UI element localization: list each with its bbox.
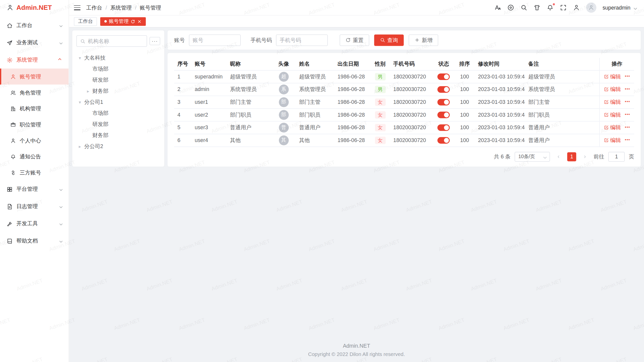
breadcrumb-item[interactable]: 工作台 <box>86 4 102 11</box>
sidebar-item-platform[interactable]: 平台管理 <box>0 180 69 198</box>
tree-node[interactable]: 研发部 <box>76 75 160 85</box>
tree-node[interactable]: 财务部 <box>76 130 160 141</box>
breadcrumb-item[interactable]: 账号管理 <box>140 4 161 11</box>
topbar-color-disc-icon[interactable] <box>507 4 514 11</box>
row-more-button[interactable]: ⋯ <box>625 124 630 130</box>
filter-bar: 账号 手机号码 重置 <box>168 30 641 50</box>
table-row: 3user1部门主管部部门主管1986-06-28女18020030720100… <box>174 96 634 108</box>
sidebar-subitem-role[interactable]: 角色管理 <box>0 84 69 101</box>
user-avatar[interactable] <box>586 3 596 13</box>
page-size-select[interactable]: 10条/页 <box>515 152 550 161</box>
breadcrumb-item[interactable]: 系统管理 <box>110 4 132 11</box>
tree-node[interactable]: ▸分公司2 <box>76 141 160 152</box>
topbar-search-icon[interactable] <box>520 4 528 11</box>
edit-icon <box>603 125 609 130</box>
sidebar-item-devtools[interactable]: 开发工具 <box>0 215 69 233</box>
cell-birth: 1986-06-28 <box>334 134 371 147</box>
cell-name: 其他 <box>296 134 334 147</box>
tree-node[interactable]: 研发部 <box>76 119 160 129</box>
query-button[interactable]: 查询 <box>374 34 404 46</box>
cell-no: 3 <box>174 96 191 108</box>
reset-button[interactable]: 重置 <box>340 34 369 46</box>
edit-button[interactable]: 编辑 <box>603 85 621 93</box>
topbar-notifications-icon[interactable] <box>547 4 554 11</box>
sidebar-subitem-label: 账号管理 <box>20 73 62 80</box>
sidebar-item-workbench[interactable]: 工作台 <box>0 17 69 34</box>
status-toggle[interactable] <box>438 73 450 80</box>
sidebar-subitem-profile[interactable]: 个人中心 <box>0 132 69 149</box>
tree-node[interactable]: ▾大名科技 <box>76 53 160 63</box>
phone-filter-input[interactable] <box>280 37 324 43</box>
row-more-button[interactable]: ⋯ <box>625 111 630 117</box>
user-icon <box>10 74 16 79</box>
cell-no: 2 <box>174 83 191 96</box>
tree-node[interactable]: ▸财务部 <box>76 86 160 96</box>
edit-button[interactable]: 编辑 <box>603 73 621 80</box>
next-page-button[interactable] <box>580 152 589 161</box>
edit-icon <box>603 138 609 143</box>
tree-node[interactable]: ▾分公司1 <box>76 97 160 107</box>
add-button[interactable]: 新增 <box>409 34 438 46</box>
column-header: 头像 <box>271 58 296 70</box>
chevron-down-icon <box>542 154 546 159</box>
sidebar-item-business-test[interactable]: 业务测试 <box>0 34 69 52</box>
sidebar-subitem-org[interactable]: 机构管理 <box>0 101 69 117</box>
prev-page-button[interactable] <box>554 152 563 161</box>
account-filter-input[interactable] <box>193 37 237 43</box>
org-tree: ▾大名科技市场部研发部▸财务部▾分公司1市场部研发部财务部▸分公司2 <box>76 53 160 152</box>
row-more-button[interactable]: ⋯ <box>625 137 630 143</box>
status-toggle[interactable] <box>438 99 450 105</box>
sidebar-menu: 工作台业务测试系统管理账号管理角色管理机构管理职位管理个人中心通知公告三方账号平… <box>0 15 69 362</box>
sidebar-item-log[interactable]: 日志管理 <box>0 198 69 215</box>
tab-workbench[interactable]: 工作台 <box>74 17 97 26</box>
row-more-button[interactable]: ⋯ <box>625 99 630 105</box>
status-toggle[interactable] <box>438 86 450 93</box>
row-more-button[interactable]: ⋯ <box>625 86 630 92</box>
cell-phone: 18020030720 <box>390 70 433 83</box>
edit-button[interactable]: 编辑 <box>603 111 621 118</box>
sidebar-item-docs[interactable]: 帮助文档 <box>0 232 69 250</box>
notification-badge-dot <box>553 3 555 5</box>
user-menu[interactable]: superadmin <box>602 5 636 11</box>
cell-sort: 100 <box>454 134 475 147</box>
cell-avatar: 部 <box>271 96 296 108</box>
goto-page-input[interactable] <box>608 152 625 161</box>
tab-close-icon[interactable] <box>137 19 142 24</box>
topbar-user-icon[interactable] <box>573 4 580 11</box>
column-header: 昵称 <box>227 58 271 70</box>
sidebar-subitem-position[interactable]: 职位管理 <box>0 117 69 133</box>
tree-node[interactable]: 市场部 <box>76 108 160 118</box>
logo[interactable]: Admin.NET <box>0 0 69 15</box>
status-toggle[interactable] <box>438 124 450 131</box>
topbar-fullscreen-icon[interactable] <box>560 4 567 11</box>
tab-refresh-icon[interactable] <box>131 19 135 24</box>
row-more-button[interactable]: ⋯ <box>625 73 630 79</box>
role-icon <box>10 90 16 96</box>
org-more-button[interactable]: ··· <box>149 37 160 45</box>
chevron-down-icon <box>58 23 63 28</box>
sidebar-subitem-third-account[interactable]: 三方账号 <box>0 165 69 181</box>
cell-account: user3 <box>191 121 227 134</box>
page-1-button[interactable]: 1 <box>567 152 576 161</box>
tab-account-management[interactable]: 账号管理 <box>100 17 146 26</box>
sidebar: Admin.NET 工作台业务测试系统管理账号管理角色管理机构管理职位管理个人中… <box>0 0 69 362</box>
cell-avatar: 超 <box>271 70 296 83</box>
org-tree-panel: ··· ▾大名科技市场部研发部▸财务部▾分公司1市场部研发部财务部▸分公司2 <box>72 30 164 167</box>
org-search-input[interactable] <box>88 38 143 44</box>
sidebar-subitem-account[interactable]: 账号管理 <box>0 69 69 85</box>
sidebar-item-system-management[interactable]: 系统管理 <box>0 51 69 69</box>
edit-button[interactable]: 编辑 <box>603 137 621 144</box>
edit-button[interactable]: 编辑 <box>603 124 621 131</box>
topbar-theme-skin-icon[interactable] <box>534 4 541 11</box>
status-toggle[interactable] <box>438 137 450 144</box>
status-toggle[interactable] <box>438 112 450 118</box>
cell-modified: 2023-01-03 10:59:44 <box>475 83 525 96</box>
sidebar-subitem-notice[interactable]: 通知公告 <box>0 149 69 165</box>
phone-filter-label: 手机号码 <box>251 36 272 43</box>
menu-collapse-icon[interactable] <box>74 5 80 10</box>
edit-button[interactable]: 编辑 <box>603 98 621 106</box>
topbar-font-size-icon[interactable] <box>494 4 501 11</box>
tree-node[interactable]: 市场部 <box>76 64 160 74</box>
table-row: 2admin系统管理员系系统管理员1986-06-28男180200307201… <box>174 83 634 96</box>
cell-status_on <box>433 96 454 108</box>
